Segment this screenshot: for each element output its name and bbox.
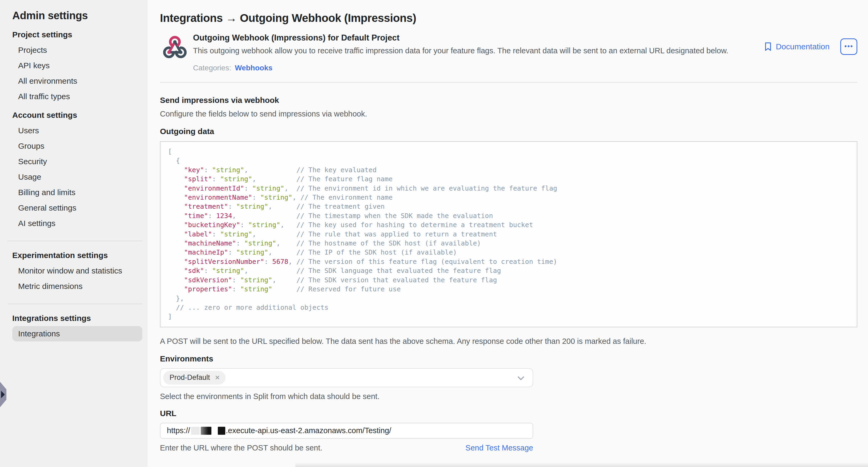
webhook-section-heading: Send impressions via webhook: [160, 96, 857, 105]
sidebar-item-usage[interactable]: Usage: [12, 169, 142, 185]
schema-line: "bucketingKey": "string", // The key use…: [168, 220, 849, 229]
schema-line: "machineIp": "string", // The IP of the …: [168, 248, 849, 257]
sidebar-item-groups[interactable]: Groups: [12, 138, 142, 154]
sidebar-item-billing-and-limits[interactable]: Billing and limits: [12, 185, 142, 200]
schema-line: ]: [168, 312, 849, 321]
outgoing-data-label: Outgoing data: [160, 127, 857, 136]
documentation-link[interactable]: Documentation: [764, 42, 830, 52]
schema-line: },: [168, 294, 849, 303]
schema-line: "machineName": "string", // The hostname…: [168, 239, 849, 248]
sidebar-section-project-settings: Project settings: [12, 30, 142, 39]
url-helper-row: Enter the URL where the POST should be s…: [160, 443, 533, 452]
integration-title: Outgoing Webhook (Impressions) for Defau…: [193, 33, 764, 43]
sidebar-item-all-environments[interactable]: All environments: [12, 73, 142, 89]
integration-header: Outgoing Webhook (Impressions) for Defau…: [160, 32, 857, 72]
environments-label: Environments: [160, 354, 857, 363]
outgoing-data-schema: [ { "key": "string", // The key evaluate…: [160, 141, 857, 327]
page-title: Integrations → Outgoing Webhook (Impress…: [160, 12, 857, 25]
sidebar-item-all-traffic-types[interactable]: All traffic types: [12, 89, 142, 104]
schema-line: {: [168, 156, 849, 165]
url-value-suffix: .execute-api.us-east-2.amazonaws.com/Tes…: [226, 426, 391, 435]
sidebar-item-ai-settings[interactable]: AI settings: [12, 216, 142, 231]
send-test-message-link[interactable]: Send Test Message: [465, 443, 533, 452]
schema-line: "sdkVersion": "string", // The SDK versi…: [168, 276, 849, 285]
remove-tag-icon[interactable]: ✕: [215, 374, 220, 381]
documentation-label: Documentation: [776, 42, 830, 51]
redaction-block: [191, 427, 200, 435]
integration-description: This outgoing webhook allow you to recei…: [193, 46, 764, 55]
sidebar-divider: [7, 241, 142, 241]
webhook-section-subheading: Configure the fields below to send impre…: [160, 110, 857, 118]
schema-line: "time": 1234, // The timestamp when the …: [168, 211, 849, 220]
post-note: A POST will be sent to the URL specified…: [160, 337, 857, 346]
chevron-right-icon: [1, 391, 5, 398]
category-link-webhooks[interactable]: Webhooks: [235, 64, 273, 72]
webhook-logo-icon: [162, 34, 188, 61]
url-value-prefix: https://: [167, 426, 190, 435]
sidebar-item-general-settings[interactable]: General settings: [12, 200, 142, 216]
sidebar-item-integrations[interactable]: Integrations: [12, 326, 142, 341]
schema-line: "key": "string", // The key evaluated: [168, 165, 849, 175]
environment-tag: Prod-Default ✕: [163, 371, 225, 385]
redaction-block: [218, 427, 225, 435]
schema-line: "environmentName": "string", // The envi…: [168, 193, 849, 202]
schema-line: "properties": "string" // Reserved for f…: [168, 285, 849, 294]
url-input[interactable]: https:// .execute-api.us-east-2.amazonaw…: [160, 423, 533, 439]
main-content: Integrations → Outgoing Webhook (Impress…: [148, 0, 868, 467]
section-divider: [160, 82, 857, 83]
sidebar-item-users[interactable]: Users: [12, 123, 142, 138]
environments-select[interactable]: Prod-Default ✕: [160, 368, 533, 387]
admin-settings-page: Admin settings Project settings Projects…: [0, 0, 868, 467]
schema-line: "label": "string", // The rule that was …: [168, 230, 849, 239]
sidebar-item-api-keys[interactable]: API keys: [12, 58, 142, 73]
scroll-shadow: [296, 462, 868, 467]
sidebar-item-metric-dimensions[interactable]: Metric dimensions: [12, 279, 142, 294]
sidebar-section-integrations-settings: Integrations settings: [12, 314, 142, 323]
schema-line: "treatment": "string", // The treatment …: [168, 202, 849, 211]
url-helper: Enter the URL where the POST should be s…: [160, 443, 322, 452]
integration-info: Outgoing Webhook (Impressions) for Defau…: [193, 32, 764, 72]
sidebar-item-security[interactable]: Security: [12, 154, 142, 169]
sidebar-item-projects[interactable]: Projects: [12, 42, 142, 58]
sidebar-section-account-settings: Account settings: [12, 111, 142, 120]
sidebar-divider: [7, 304, 142, 304]
sidebar-title: Admin settings: [12, 9, 142, 22]
schema-line: // ... zero or more additional objects: [168, 303, 849, 312]
sidebar-section-experimentation-settings: Experimentation settings: [12, 251, 142, 260]
redaction-block: [201, 427, 211, 435]
environments-helper: Select the environments in Split from wh…: [160, 392, 857, 401]
schema-line: [: [168, 147, 849, 156]
sidebar-item-monitor-window-and-statistics[interactable]: Monitor window and statistics: [12, 263, 142, 279]
categories-label: Categories:: [193, 64, 231, 72]
sidebar: Admin settings Project settings Projects…: [0, 0, 148, 467]
url-label: URL: [160, 409, 857, 418]
schema-line: "sdk": "string", // The SDK language tha…: [168, 266, 849, 275]
schema-line: "split": "string", // The feature flag n…: [168, 175, 849, 184]
schema-line: "environmentId": "string", // The enviro…: [168, 184, 849, 193]
integration-categories: Categories: Webhooks: [193, 64, 764, 72]
schema-line: "splitVersionNumber": 5678, // The versi…: [168, 257, 849, 266]
integration-actions: Documentation •••: [764, 38, 857, 55]
environment-tag-label: Prod-Default: [169, 373, 210, 382]
chevron-down-icon: [517, 374, 525, 382]
more-options-button[interactable]: •••: [840, 38, 857, 55]
bookmark-icon: [764, 42, 772, 52]
